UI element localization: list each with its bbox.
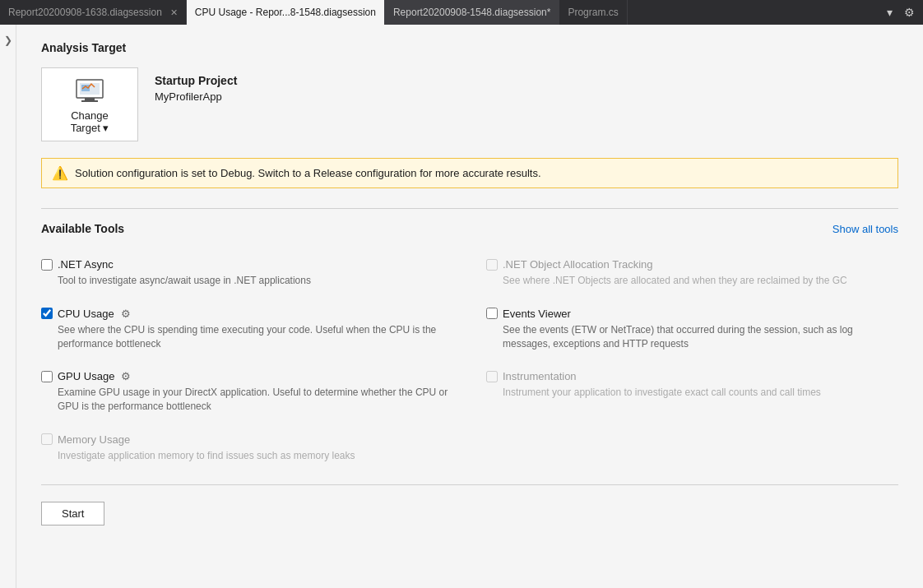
tab-bar-controls: ▾ ⚙ [884, 4, 923, 21]
tool-instrumentation-header: Instrumentation [486, 370, 898, 382]
tool-events-viewer: Events Viewer See the events (ETW or Net… [486, 301, 898, 364]
tool-net-async-header: .NET Async [41, 258, 453, 271]
target-container: ChangeTarget ▾ Startup Project MyProfile… [41, 67, 898, 141]
show-all-tools-link[interactable]: Show all tools [833, 223, 898, 235]
gpu-usage-gear-icon[interactable]: ⚙ [121, 370, 131, 382]
tab-program-cs[interactable]: Program.cs [559, 0, 627, 25]
target-icon [75, 75, 104, 104]
net-object-checkbox[interactable] [486, 259, 498, 271]
instrumentation-name: Instrumentation [503, 370, 577, 382]
cpu-usage-name: CPU Usage [58, 308, 114, 320]
available-tools-title: Available Tools [41, 222, 124, 235]
change-target-label: ChangeTarget ▾ [71, 109, 109, 134]
events-viewer-checkbox[interactable] [486, 308, 498, 319]
tool-cpu-usage-header: CPU Usage ⚙ [41, 308, 453, 320]
target-info: Startup Project MyProfilerApp [155, 67, 237, 103]
tool-net-object: .NET Object Allocation Tracking See wher… [486, 252, 898, 301]
tab-settings-icon[interactable]: ⚙ [901, 4, 918, 21]
sidebar-toggle[interactable]: ❯ [0, 25, 16, 588]
svg-rect-3 [85, 98, 95, 100]
tab-close-icon[interactable]: ✕ [170, 7, 178, 18]
net-async-desc: Tool to investigate async/await usage in… [58, 274, 453, 288]
tools-left-column: .NET Async Tool to investigate async/awa… [41, 252, 453, 476]
tool-net-object-header: .NET Object Allocation Tracking [486, 258, 898, 271]
svg-rect-4 [81, 100, 98, 102]
memory-usage-name: Memory Usage [58, 433, 130, 446]
tools-header: Available Tools Show all tools [41, 222, 898, 235]
gpu-usage-name: GPU Usage [58, 370, 114, 382]
tab-report1548[interactable]: Report20200908-1548.diagsession* [385, 0, 559, 25]
bottom-divider [41, 484, 898, 485]
target-project-label: Startup Project [155, 74, 237, 87]
instrumentation-desc: Instrument your application to investiga… [503, 386, 898, 400]
instrumentation-checkbox[interactable] [486, 371, 498, 382]
memory-usage-checkbox[interactable] [41, 433, 53, 445]
tool-gpu-usage-header: GPU Usage ⚙ [41, 370, 453, 382]
tab-label: Program.cs [568, 7, 618, 18]
target-svg-icon [75, 75, 104, 104]
tool-instrumentation: Instrumentation Instrument your applicat… [486, 363, 898, 413]
tab-label: CPU Usage - Repor...8-1548.diagsession [195, 7, 376, 18]
tool-cpu-usage: CPU Usage ⚙ See where the CPU is spendin… [41, 301, 453, 364]
cpu-usage-checkbox[interactable] [41, 308, 53, 319]
tab-bar: Report20200908-1638.diagsession ✕ CPU Us… [0, 0, 923, 25]
net-object-desc: See where .NET Objects are allocated and… [503, 274, 898, 288]
tab-report1638[interactable]: Report20200908-1638.diagsession ✕ [0, 0, 187, 25]
net-object-name: .NET Object Allocation Tracking [503, 258, 653, 271]
events-viewer-name: Events Viewer [503, 308, 571, 320]
change-target-button[interactable]: ChangeTarget ▾ [41, 67, 138, 141]
tool-memory-usage-header: Memory Usage [41, 433, 453, 446]
net-async-name: .NET Async [58, 258, 114, 271]
cpu-usage-gear-icon[interactable]: ⚙ [121, 308, 131, 320]
tab-label: Report20200908-1548.diagsession* [393, 7, 550, 18]
tab-cpu-usage[interactable]: CPU Usage - Repor...8-1548.diagsession [187, 0, 385, 25]
tools-right-column: .NET Object Allocation Tracking See wher… [486, 252, 898, 476]
events-viewer-desc: See the events (ETW or NetTrace) that oc… [503, 323, 898, 351]
analysis-target-title: Analysis Target [41, 41, 898, 54]
tool-events-viewer-header: Events Viewer [486, 308, 898, 320]
warning-text: Solution configuration is set to Debug. … [75, 167, 541, 179]
tool-gpu-usage: GPU Usage ⚙ Examine GPU usage in your Di… [41, 363, 453, 427]
net-async-checkbox[interactable] [41, 259, 53, 271]
gpu-usage-desc: Examine GPU usage in your DirectX applic… [58, 386, 453, 414]
main-content: Analysis Target ChangeTarget ▾ Startup P… [16, 25, 923, 588]
warning-bar: ⚠️ Solution configuration is set to Debu… [41, 158, 898, 188]
start-button[interactable]: Start [41, 502, 104, 525]
cpu-usage-desc: See where the CPU is spending time execu… [58, 323, 453, 351]
tool-net-async: .NET Async Tool to investigate async/awa… [41, 252, 453, 301]
gpu-usage-checkbox[interactable] [41, 371, 53, 382]
tab-dropdown-btn[interactable]: ▾ [884, 4, 896, 21]
tools-grid: .NET Async Tool to investigate async/awa… [41, 252, 898, 476]
tab-label: Report20200908-1638.diagsession [8, 7, 162, 18]
section-divider [41, 208, 898, 209]
target-project-value: MyProfilerApp [155, 90, 237, 103]
sidebar-toggle-icon: ❯ [4, 35, 12, 46]
warning-icon: ⚠️ [52, 165, 68, 181]
tool-memory-usage: Memory Usage Investigate application mem… [41, 427, 453, 476]
memory-usage-desc: Investigate application memory to find i… [58, 449, 453, 463]
